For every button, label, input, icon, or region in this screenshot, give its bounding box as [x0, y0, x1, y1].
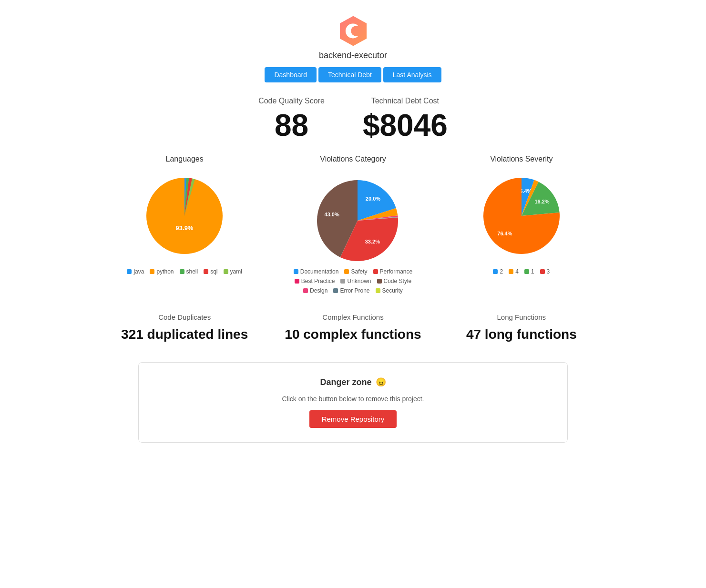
- complex-label: Complex Functions: [322, 313, 383, 321]
- duplicates-value: 321 duplicated lines: [121, 326, 248, 343]
- complex-functions-card: Complex Functions 10 complex functions: [269, 313, 437, 343]
- long-functions-card: Long Functions 47 long functions: [437, 313, 605, 343]
- svg-text:20.0%: 20.0%: [366, 196, 380, 202]
- languages-title: Languages: [166, 155, 204, 163]
- languages-pie: 93.9%: [137, 168, 232, 264]
- violations-category-title: Violations Category: [320, 155, 386, 163]
- tech-debt-value: $8046: [363, 110, 448, 141]
- languages-chart: Languages 93.9%: [101, 155, 269, 275]
- long-value: 47 long functions: [466, 326, 577, 343]
- svg-text:43.0%: 43.0%: [325, 212, 339, 217]
- charts-row: Languages 93.9%: [101, 155, 606, 294]
- violations-severity-chart: Violations Severity 5.4%16.2%76.4% 2 4 1…: [437, 155, 605, 275]
- repo-name: backend-executor: [319, 51, 387, 61]
- duplicates-label: Code Duplicates: [158, 313, 211, 321]
- legend-python: python: [150, 268, 174, 275]
- languages-legend: java python shell sql yaml: [127, 268, 242, 275]
- duplicates-card: Code Duplicates 321 duplicated lines: [101, 313, 269, 343]
- legend-java: java: [127, 268, 144, 275]
- remove-repository-button[interactable]: Remove Repository: [309, 410, 397, 428]
- quality-score-value: 88: [275, 110, 308, 141]
- metrics-row: Code Quality Score 88 Technical Debt Cos…: [101, 97, 606, 141]
- violations-severity-pie: 5.4%16.2%76.4%: [474, 168, 569, 264]
- legend-shell: shell: [180, 268, 198, 275]
- stats-row: Code Duplicates 321 duplicated lines Com…: [101, 313, 606, 343]
- violations-category-pie: 20.0%33.2%43.0%: [305, 168, 400, 264]
- svg-text:33.2%: 33.2%: [365, 239, 380, 244]
- long-label: Long Functions: [497, 313, 546, 321]
- tab-technical-debt[interactable]: Technical Debt: [318, 67, 381, 82]
- legend-yaml: yaml: [224, 268, 242, 275]
- svg-marker-0: [340, 16, 367, 46]
- danger-zone: Danger zone 😠 Click on the button below …: [138, 362, 568, 443]
- violations-severity-title: Violations Severity: [490, 155, 553, 163]
- logo-section: backend-executor: [319, 14, 387, 67]
- svg-text:16.2%: 16.2%: [534, 199, 549, 204]
- tech-debt-card: Technical Debt Cost $8046: [363, 97, 448, 141]
- violations-severity-legend: 2 4 1 3: [493, 268, 550, 275]
- svg-text:76.4%: 76.4%: [497, 231, 512, 236]
- violations-category-chart: Violations Category: [269, 155, 437, 294]
- legend-sql: sql: [204, 268, 217, 275]
- complex-value: 10 complex functions: [285, 326, 421, 343]
- danger-emoji: 😠: [376, 377, 386, 387]
- tab-last-analysis[interactable]: Last Analysis: [383, 67, 441, 82]
- danger-title: Danger zone: [320, 377, 371, 387]
- app-logo: [337, 14, 370, 48]
- danger-description: Click on the button below to remove this…: [282, 395, 424, 403]
- svg-text:93.9%: 93.9%: [176, 224, 194, 232]
- tech-debt-label: Technical Debt Cost: [371, 97, 439, 105]
- tab-dashboard[interactable]: Dashboard: [265, 67, 317, 82]
- nav-tabs: Dashboard Technical Debt Last Analysis: [265, 67, 441, 82]
- quality-score-card: Code Quality Score 88: [258, 97, 325, 141]
- quality-score-label: Code Quality Score: [258, 97, 325, 105]
